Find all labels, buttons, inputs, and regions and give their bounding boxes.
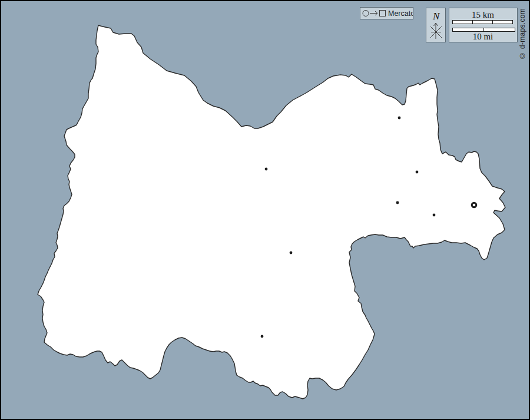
town-marker — [416, 171, 419, 174]
projection-legend: Mercator — [360, 7, 413, 19]
town-marker — [433, 214, 436, 217]
town-marker — [398, 117, 401, 120]
arrow-right-icon — [370, 11, 377, 15]
map-canvas: Mercator N 15 km — [0, 0, 530, 420]
region-outline — [38, 25, 505, 399]
compass-box: N — [426, 8, 446, 42]
prefecture-marker — [472, 203, 476, 207]
circle-icon — [363, 11, 369, 16]
scale-mi-label: 10 mi — [473, 32, 493, 41]
town-marker — [261, 335, 264, 338]
square-icon — [380, 11, 386, 16]
scale-box: 15 km 10 mi — [449, 8, 518, 42]
town-marker — [265, 168, 268, 171]
town-marker — [396, 201, 399, 204]
scale-mi-bar — [453, 28, 515, 32]
town-marker — [290, 252, 293, 254]
compass-star-icon — [430, 23, 442, 39]
copyright-watermark: © d-maps.com — [518, 8, 526, 73]
compass-north-label: N — [432, 11, 440, 22]
projection-label: Mercator — [388, 9, 413, 18]
scale-km-label: 15 km — [472, 10, 494, 19]
map-svg — [1, 1, 529, 419]
scale-km-bar — [453, 21, 513, 24]
